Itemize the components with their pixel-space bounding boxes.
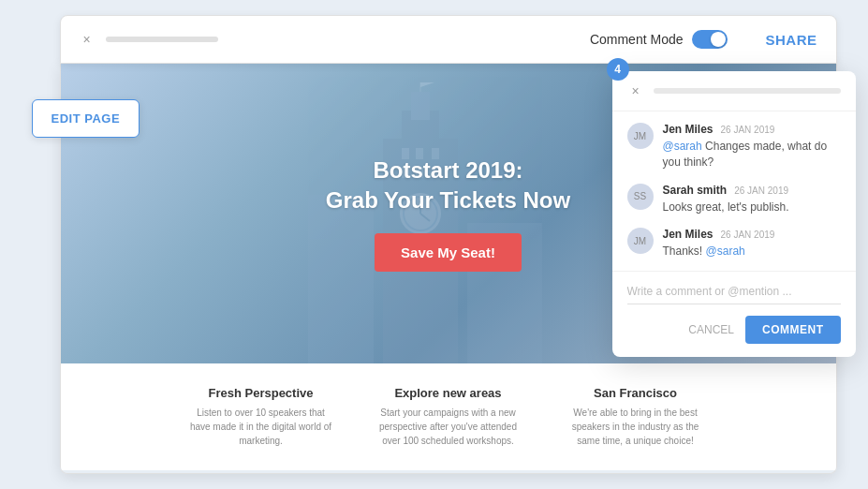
svg-marker-16: [420, 82, 434, 87]
comment-actions: CANCEL COMMENT: [627, 316, 841, 344]
comment-panel-close-icon[interactable]: ×: [627, 82, 644, 99]
comment-text-0: @sarah Changes made, what do you think?: [663, 139, 841, 170]
comment-meta-0: Jen Miles 26 JAN 2019: [663, 123, 841, 136]
comment-mention-0: @sarah: [663, 140, 702, 153]
comment-input-area: CANCEL COMMENT: [612, 271, 856, 357]
comment-panel: × JM Jen Miles 26 JAN 2019 @sarah Change…: [612, 71, 856, 357]
scene: × Comment Mode SHARE: [32, 15, 837, 474]
comment-avatar-1: SS: [627, 184, 654, 210]
comment-mention-2: @sarah: [706, 244, 745, 258]
share-button[interactable]: SHARE: [765, 32, 817, 48]
comment-body-2: Jen Miles 26 JAN 2019 Thanks! @sarah: [663, 228, 775, 259]
feature-title-0: Fresh Perspective: [186, 386, 336, 400]
comment-date-1: 26 JAN 2019: [734, 185, 788, 196]
comment-message-2: JM Jen Miles 26 JAN 2019 Thanks! @sarah: [627, 228, 841, 259]
comment-mode-toggle[interactable]: [692, 30, 728, 49]
feature-desc-1: Start your campaigns with a new perspect…: [374, 406, 523, 448]
feature-desc-2: We're able to bring in the best speakers…: [561, 406, 711, 448]
toolbar-close-icon[interactable]: ×: [80, 32, 95, 47]
feature-item-1: Explore new areas Start your campaigns w…: [374, 386, 523, 448]
toolbar: × Comment Mode SHARE: [60, 15, 837, 64]
toggle-thumb: [711, 32, 726, 47]
comment-author-0: Jen Miles: [663, 123, 714, 136]
comment-body-1: Sarah smith 26 JAN 2019 Looks great, let…: [663, 184, 789, 215]
feature-desc-0: Listen to over 10 speakers that have mad…: [186, 406, 336, 448]
comment-author-2: Jen Miles: [663, 228, 714, 241]
feature-title-2: San Francisco: [561, 386, 711, 400]
comment-panel-line: [654, 88, 841, 94]
hero-title: Botstart 2019: Grab Your Tickets Now: [326, 156, 570, 214]
comment-panel-header: ×: [612, 71, 856, 111]
hero-cta-button[interactable]: Save My Seat!: [375, 233, 522, 272]
comment-date-0: 26 JAN 2019: [721, 125, 775, 135]
comment-message-0: JM Jen Miles 26 JAN 2019 @sarah Changes …: [627, 123, 841, 170]
feature-item-2: San Francisco We're able to bring in the…: [561, 386, 711, 448]
comment-badge: 4: [607, 58, 629, 81]
feature-title-1: Explore new areas: [374, 386, 523, 400]
comment-avatar-2: JM: [627, 228, 654, 254]
comment-mode-label: Comment Mode: [590, 32, 684, 47]
comment-mode-toggle-group: Comment Mode: [590, 30, 728, 49]
comment-submit-button[interactable]: COMMENT: [745, 316, 841, 344]
toolbar-progress-bar: [106, 37, 218, 42]
svg-rect-2: [411, 92, 430, 120]
comment-date-2: 26 JAN 2019: [721, 230, 775, 240]
feature-item-0: Fresh Perspective Listen to over 10 spea…: [186, 386, 336, 448]
comment-body-0: Jen Miles 26 JAN 2019 @sarah Changes mad…: [663, 123, 841, 170]
cancel-button[interactable]: CANCEL: [688, 323, 734, 336]
features-section: Fresh Perspective Listen to over 10 spea…: [61, 363, 836, 470]
comment-avatar-0: JM: [627, 123, 654, 149]
comment-meta-1: Sarah smith 26 JAN 2019: [663, 184, 789, 197]
edit-page-button[interactable]: EDIT PAGE: [32, 99, 140, 138]
comment-text-2: Thanks! @sarah: [663, 244, 775, 259]
comment-author-1: Sarah smith: [663, 184, 728, 197]
comment-meta-2: Jen Miles 26 JAN 2019: [663, 228, 775, 241]
hero-content: Botstart 2019: Grab Your Tickets Now Sav…: [326, 156, 570, 271]
comment-text-1: Looks great, let's publish.: [663, 200, 789, 215]
comment-message-1: SS Sarah smith 26 JAN 2019 Looks great, …: [627, 184, 841, 215]
comment-messages: JM Jen Miles 26 JAN 2019 @sarah Changes …: [612, 111, 856, 271]
comment-input[interactable]: [627, 279, 841, 304]
